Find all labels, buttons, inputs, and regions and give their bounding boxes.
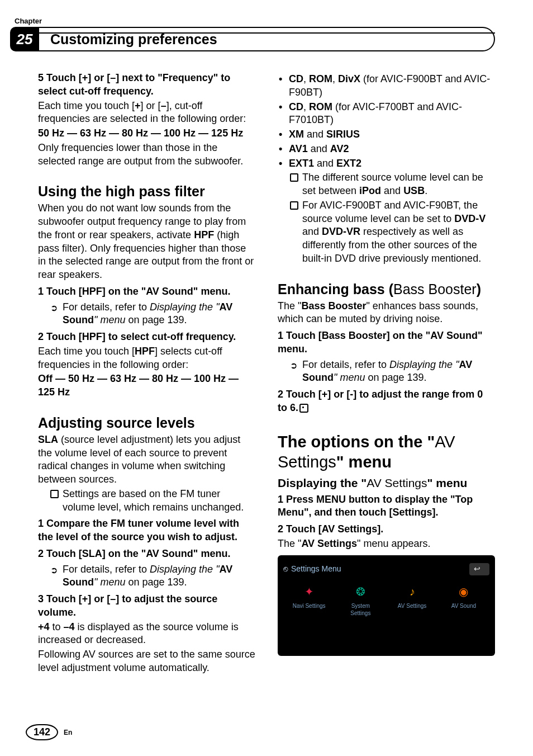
chapter-label: Chapter [15, 17, 42, 25]
sla-step3-para2: Following AV sources are set to the same… [38, 648, 255, 675]
bass-step2-head: 2 Touch [+] or [-] to adjust the range f… [278, 388, 495, 415]
bullet-ext1-ext2: EXT1 and EXT2 [278, 157, 495, 171]
settings-menu-screenshot: ⎋ Settings Menu ✦ Navi Settings ❂ System… [278, 555, 495, 656]
hpf-step1-head: 1 Touch [HPF] on the "AV Sound" menu. [38, 285, 255, 299]
sla-step3-para1: +4 to –4 is displayed as the source volu… [38, 621, 255, 648]
av-sound-item[interactable]: ◉ AV Sound [444, 583, 484, 617]
note-dvd-v-vr: For AVIC-F900BT and AVIC-F90BT, the sour… [278, 199, 495, 266]
note-box-icon [50, 490, 59, 498]
ref-arrow-icon: ➲ [50, 302, 58, 314]
hpf-step1-ref: ➲ For details, refer to Displaying the "… [38, 301, 255, 328]
end-of-section-icon [299, 404, 308, 413]
sla-title: Adjusting source levels [38, 414, 255, 432]
back-button[interactable] [469, 563, 489, 575]
navi-settings-item[interactable]: ✦ Navi Settings [289, 583, 329, 617]
avset-step2-para: The "AV Settings" menu appears. [278, 537, 495, 551]
ref-arrow-icon: ➲ [290, 360, 297, 371]
avset-step1-head: 1 Press MENU button to display the "Top … [278, 493, 495, 520]
bullet-xm-sirius: XM and SIRIUS [278, 128, 495, 141]
speaker-icon: ◉ [453, 583, 474, 600]
right-column: CD, ROM, DivX (for AVIC-F900BT and AVIC-… [278, 72, 495, 676]
bullet-av1-av2: AV1 and AV2 [278, 143, 495, 156]
av-settings-label: AV Settings [392, 602, 432, 609]
avset-step2-head: 2 Touch [AV Settings]. [278, 523, 495, 536]
displaying-av-settings-title: Displaying the "AV Settings" menu [278, 475, 495, 491]
bass-step1-ref: ➲ For details, refer to Displaying the "… [278, 358, 495, 385]
page-number: 142 [26, 724, 58, 740]
gear-icon: ❂ [350, 583, 371, 600]
sla-note: Settings are based on the FM tuner volum… [38, 488, 255, 514]
bass-booster-title: Enhancing bass (Bass Booster) [278, 280, 495, 299]
av-settings-item[interactable]: ♪ AV Settings [392, 583, 432, 617]
screenshot-title: ⎋ Settings Menu [283, 564, 341, 574]
sla-step2-ref: ➲ For details, refer to Displaying the "… [38, 563, 255, 590]
system-settings-item[interactable]: ❂ System Settings [340, 583, 380, 617]
header-title-wrap: Customizing preferences [39, 27, 495, 51]
hpf-step2-head: 2 Touch [HPF] to select cut-off frequenc… [38, 330, 255, 344]
step-5-head: 5 Touch [+] or [–] next to "Frequency" t… [38, 72, 255, 98]
navi-settings-label: Navi Settings [289, 602, 329, 609]
system-settings-label: System Settings [340, 602, 380, 617]
hpf-title: Using the high pass filter [38, 182, 255, 201]
step-5-freq: 50 Hz — 63 Hz — 80 Hz — 100 Hz — 125 Hz [38, 127, 255, 140]
av-settings-options-title: The options on the "AV Settings" menu [278, 432, 495, 472]
bass-booster-intro: The "Bass Booster" enhances bass sounds,… [278, 300, 495, 327]
page-language: En [64, 729, 72, 736]
sla-step1-head: 1 Compare the FM tuner volume level with… [38, 517, 255, 544]
sla-intro: SLA (source level adjustment) lets you a… [38, 433, 255, 486]
hpf-intro: When you do not want low sounds from the… [38, 202, 255, 282]
bullet-cd-rom-divx: CD, ROM, DivX (for AVIC-F900BT and AVIC-… [278, 73, 495, 100]
step-5-para2: Only frequencies lower than those in the… [38, 141, 255, 168]
sla-step3-head: 3 Touch [+] or [–] to adjust the source … [38, 593, 255, 620]
note-ipod-usb: The different source volume level can be… [278, 171, 495, 198]
header-title: Customizing preferences [39, 27, 495, 51]
map-icon: ✦ [298, 583, 320, 600]
bullet-cd-rom: CD, ROM (for AVIC-F700BT and AVIC-F7010B… [278, 101, 495, 127]
ref-arrow-icon: ➲ [50, 564, 58, 576]
note-box-icon [290, 173, 298, 182]
bass-step1-head: 1 Touch [Bass Booster] on the "AV Sound"… [278, 329, 495, 356]
chapter-number: 25 [17, 31, 33, 48]
note-icon: ♪ [402, 583, 423, 600]
hpf-step2-freq: Off — 50 Hz — 63 Hz — 80 Hz — 100 Hz — 1… [38, 372, 255, 399]
chapter-badge: 25 [10, 27, 39, 51]
page-footer: 142 En [26, 724, 72, 740]
tuner-icon: ⎋ [283, 564, 288, 574]
sla-step2-head: 2 Touch [SLA] on the "AV Sound" menu. [38, 547, 255, 561]
hpf-step2-para: Each time you touch [HPF] selects cut-of… [38, 345, 255, 372]
left-column: 5 Touch [+] or [–] next to "Frequency" t… [38, 72, 255, 676]
av-sound-label: AV Sound [444, 602, 484, 609]
note-box-icon [290, 201, 298, 210]
step-5-para1: Each time you touch [+] or [–], cut-off … [38, 100, 255, 126]
